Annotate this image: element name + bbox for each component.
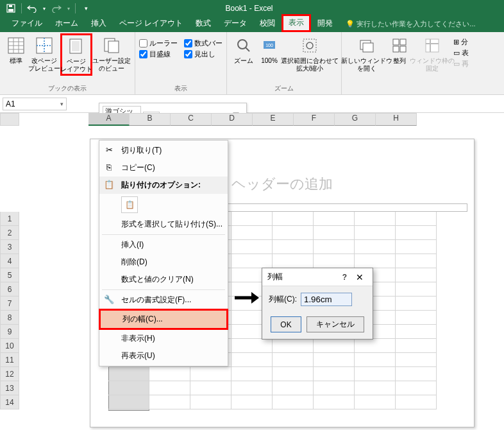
dialog-close-button[interactable]: ✕: [352, 272, 367, 282]
save-icon[interactable]: [4, 1, 18, 15]
dialog-cancel-button[interactable]: キャンセル: [307, 316, 364, 332]
column-header-a[interactable]: A: [88, 113, 130, 126]
zoom-selection-button[interactable]: 選択範囲に合わせて 拡大/縮小: [282, 33, 337, 74]
unhide-icon: ▭: [453, 60, 460, 68]
new-window-button[interactable]: 新しいウィンドウ を開く: [346, 33, 388, 74]
tab-home[interactable]: ホーム: [49, 15, 85, 32]
column-width-input[interactable]: [301, 293, 352, 306]
format-cells-icon: 🔧: [103, 293, 115, 305]
row-header[interactable]: 3: [0, 240, 19, 254]
tell-me-search[interactable]: 💡 実行したい作業を入力してください...: [346, 19, 475, 32]
scissors-icon: ✂: [103, 144, 115, 155]
dialog-title: 列幅: [267, 271, 337, 282]
cm-column-width[interactable]: 列の幅(C)...: [101, 311, 226, 328]
ribbon-group-views: 標準 改ページ プレビュー ページ レイアウト ユーザー設定 のビュー ブックの…: [0, 32, 135, 94]
row-header[interactable]: 7: [0, 297, 19, 311]
chevron-down-icon[interactable]: ▾: [60, 101, 63, 107]
redo-icon[interactable]: [49, 1, 63, 15]
qa-customize-icon[interactable]: ▾: [79, 1, 93, 15]
tab-data[interactable]: データ: [217, 15, 253, 32]
tab-view[interactable]: 表示: [281, 14, 311, 32]
zoom-button[interactable]: ズーム: [231, 33, 256, 74]
row-header[interactable]: 10: [0, 339, 19, 353]
pagelayout-icon: [66, 36, 87, 56]
column-width-dialog: 列幅 ? ✕ 列幅(C): OK キャンセル: [262, 268, 373, 340]
arrange-button[interactable]: 整列: [388, 33, 411, 74]
ribbon-group-show: ルーラー 目盛線 数式バー 見出し 表示: [135, 32, 227, 94]
row-headers: 1 2 3 4 5 6 7 8 9 10 11 12 13 14: [0, 212, 19, 409]
column-header-h[interactable]: H: [376, 113, 417, 126]
row-header[interactable]: 9: [0, 325, 19, 339]
undo-dropdown-icon[interactable]: ▾: [41, 1, 47, 15]
cm-unhide[interactable]: 再表示(U): [99, 347, 228, 365]
svg-rect-13: [72, 41, 80, 51]
column-header-e[interactable]: E: [253, 113, 294, 126]
column-header-b[interactable]: B: [130, 113, 171, 126]
cm-format-cells[interactable]: 🔧 セルの書式設定(F)...: [99, 291, 228, 309]
row-header[interactable]: 12: [0, 367, 19, 381]
svg-rect-15: [108, 41, 119, 53]
zoom-100-button[interactable]: 100 100%: [256, 33, 282, 74]
undo-icon[interactable]: [25, 1, 39, 15]
cm-insert[interactable]: 挿入(I): [99, 236, 228, 254]
tab-review[interactable]: 校閲: [253, 15, 281, 32]
tab-insert[interactable]: 挿入: [85, 15, 113, 32]
svg-rect-23: [363, 43, 373, 52]
column-header-c[interactable]: C: [171, 113, 212, 126]
redo-dropdown-icon[interactable]: ▾: [65, 1, 72, 15]
dialog-help-button[interactable]: ?: [337, 273, 352, 282]
cm-hide[interactable]: 非表示(H): [99, 330, 228, 347]
row-header[interactable]: 2: [0, 226, 19, 240]
svg-rect-26: [393, 46, 399, 52]
row-header[interactable]: 8: [0, 311, 19, 325]
quick-access-toolbar: ▾ ▾ ▾: [0, 1, 97, 15]
clipboard-icon: 📋: [103, 178, 115, 190]
unhide-button[interactable]: ▭ 再: [453, 59, 469, 69]
name-box[interactable]: A1 ▾: [3, 98, 67, 110]
check-ruler[interactable]: ルーラー: [139, 39, 178, 48]
row-header[interactable]: 13: [0, 381, 19, 395]
zoom-selection-icon: [299, 35, 320, 56]
row-header[interactable]: 1: [0, 212, 19, 226]
view-normal-button[interactable]: 標準: [4, 33, 28, 76]
svg-point-16: [238, 40, 247, 49]
tab-formulas[interactable]: 数式: [189, 15, 217, 32]
cm-copy[interactable]: ⎘ コピー(C): [99, 159, 228, 176]
paste-option-button[interactable]: 📋: [121, 196, 138, 213]
check-formulabar[interactable]: 数式バー: [184, 39, 223, 48]
select-all-corner[interactable]: [0, 113, 19, 126]
view-pagebreak-button[interactable]: 改ページ プレビュー: [28, 33, 60, 76]
split-button[interactable]: ⊞ 分: [453, 37, 469, 47]
tab-file[interactable]: ファイル: [5, 15, 49, 32]
tab-developer[interactable]: 開発: [311, 15, 339, 32]
column-header-f[interactable]: F: [294, 113, 335, 126]
column-header-d[interactable]: D: [212, 113, 253, 126]
hide-button[interactable]: ▭ 表: [453, 48, 469, 58]
svg-marker-34: [251, 292, 259, 304]
freeze-button[interactable]: ウィンドウ枠の 固定: [411, 33, 453, 74]
row-header[interactable]: 5: [0, 268, 19, 282]
cm-clear[interactable]: 数式と値のクリア(N): [99, 271, 228, 288]
bulb-icon: 💡: [346, 20, 355, 28]
zoom-100-icon: 100: [259, 35, 280, 56]
tab-pagelayout[interactable]: ページ レイアウト: [113, 15, 189, 32]
row-header[interactable]: 4: [0, 254, 19, 268]
cm-cut[interactable]: ✂ 切り取り(T): [99, 142, 228, 159]
view-custom-button[interactable]: ユーザー設定 のビュー: [92, 33, 131, 76]
group-label-show: 表示: [174, 84, 187, 94]
row-header[interactable]: 11: [0, 353, 19, 367]
column-header-g[interactable]: G: [335, 113, 376, 126]
row-header[interactable]: 6: [0, 282, 19, 297]
dialog-ok-button[interactable]: OK: [271, 316, 301, 332]
cm-delete[interactable]: 削除(D): [99, 254, 228, 271]
row-header[interactable]: 14: [0, 395, 19, 409]
cm-paste-special[interactable]: 形式を選択して貼り付け(S)...: [99, 216, 228, 233]
svg-point-21: [307, 42, 313, 49]
custom-view-icon: [101, 35, 122, 56]
group-label-zoom: ズーム: [274, 84, 294, 94]
check-headings[interactable]: 見出し: [184, 49, 223, 59]
check-gridlines[interactable]: 目盛線: [139, 49, 178, 59]
svg-rect-27: [400, 46, 406, 52]
cm-paste-options: 📋: [99, 194, 228, 216]
view-pagelayout-button[interactable]: ページ レイアウト: [60, 33, 92, 76]
